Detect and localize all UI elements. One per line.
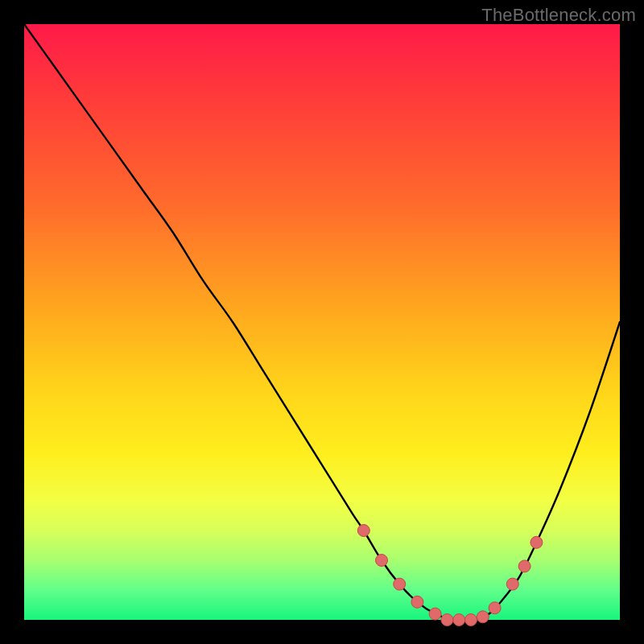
marker-dot	[357, 525, 369, 537]
bottleneck-curve	[24, 24, 620, 621]
marker-dot	[530, 536, 543, 548]
marker-dot	[429, 608, 441, 620]
marker-dot	[441, 614, 453, 626]
plot-area	[24, 24, 620, 620]
marker-dot	[411, 596, 423, 608]
watermark-label: TheBottleneck.com	[481, 5, 636, 26]
marker-dot	[394, 578, 406, 590]
marker-group	[357, 525, 543, 626]
curve-svg	[24, 24, 620, 620]
marker-dot	[506, 578, 518, 590]
marker-dot	[489, 602, 501, 614]
marker-dot	[453, 614, 465, 626]
marker-dot	[376, 555, 388, 567]
marker-dot	[477, 611, 489, 623]
chart-frame: TheBottleneck.com	[0, 0, 644, 644]
marker-dot	[465, 614, 477, 626]
marker-dot	[518, 560, 530, 572]
